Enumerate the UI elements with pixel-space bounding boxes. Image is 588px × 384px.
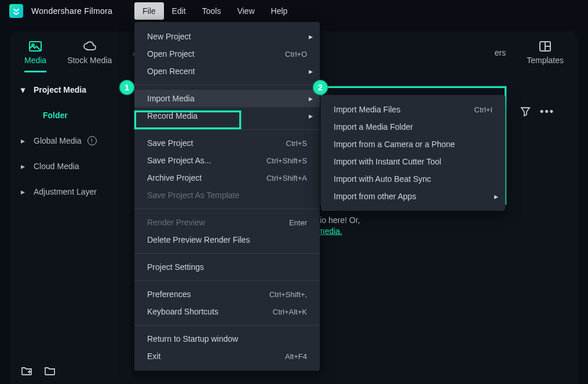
sidebar-adjustment-layer[interactable]: ▸ Adjustment Layer [10, 179, 128, 204]
menu-return-startup[interactable]: Return to Startup window [134, 330, 320, 348]
menu-new-project[interactable]: New Project▸ [134, 28, 320, 45]
callout-badge-2: 2 [313, 80, 328, 95]
chevron-right-icon: ▸ [21, 136, 28, 145]
chevron-right-icon: ▸ [309, 32, 313, 41]
templates-icon [539, 41, 552, 52]
import-media-submenu: Import Media FilesCtrl+I Import a Media … [321, 95, 505, 211]
media-icon [29, 41, 42, 52]
submenu-other-apps[interactable]: Import from other Apps▸ [321, 188, 505, 205]
submenu-import-folder[interactable]: Import a Media Folder [321, 118, 505, 136]
menu-open-project[interactable]: Open ProjectCtrl+O [134, 45, 320, 63]
chevron-right-icon: ▸ [494, 192, 498, 201]
sidebar: ▾ Project Media Folder ▸ Global Media ! … [10, 72, 129, 380]
tab-media[interactable]: Media [24, 41, 46, 72]
submenu-instant-cutter[interactable]: Import with Instant Cutter Tool [321, 153, 505, 170]
menu-open-recent[interactable]: Open Recent▸ [134, 63, 320, 80]
cloud-icon [83, 41, 96, 52]
filter-icon[interactable] [520, 106, 531, 116]
app-title: Wondershare Filmora [31, 6, 112, 16]
new-folder-icon[interactable] [21, 365, 32, 376]
chevron-right-icon: ▸ [309, 111, 313, 120]
menu-import-media[interactable]: Import Media▸ [134, 90, 320, 107]
menu-save-project-as[interactable]: Save Project As...Ctrl+Shift+S [134, 152, 320, 169]
menu-view[interactable]: View [229, 2, 262, 20]
folder-icon[interactable] [44, 365, 56, 376]
app-logo-icon [9, 4, 23, 18]
tab-stock-media[interactable]: Stock Media [67, 41, 112, 72]
chevron-right-icon: ▸ [21, 162, 28, 171]
menu-archive-project[interactable]: Archive ProjectCtrl+Shift+A [134, 169, 320, 186]
sidebar-cloud-media[interactable]: ▸ Cloud Media [10, 153, 128, 179]
menu-save-project[interactable]: Save ProjectCtrl+S [134, 134, 320, 152]
menu-delete-render[interactable]: Delete Preview Render Files [134, 231, 320, 248]
chevron-right-icon: ▸ [21, 187, 28, 196]
menu-project-settings[interactable]: Project Settings [134, 258, 320, 276]
chevron-right-icon: ▸ [309, 94, 313, 103]
menu-help[interactable]: Help [263, 2, 296, 20]
bottom-toolbar [21, 365, 56, 376]
file-menu-dropdown: New Project▸ Open ProjectCtrl+O Open Rec… [134, 22, 320, 371]
title-bar: Wondershare Filmora File Edit Tools View… [0, 0, 588, 22]
submenu-import-camera[interactable]: Import from a Camera or a Phone [321, 136, 505, 153]
menu-exit[interactable]: ExitAlt+F4 [134, 348, 320, 365]
menu-file[interactable]: File [134, 2, 164, 20]
menu-keyboard-shortcuts[interactable]: Keyboard ShortcutsCtrl+Alt+K [134, 303, 320, 320]
menu-bar: File Edit Tools View Help [134, 2, 295, 20]
menu-render-preview: Render PreviewEnter [134, 214, 320, 231]
submenu-auto-beat-sync[interactable]: Import with Auto Beat Sync [321, 170, 505, 188]
tab-templates[interactable]: Templates [527, 41, 564, 72]
menu-save-template: Save Project As Template [134, 186, 320, 204]
sidebar-global-media[interactable]: ▸ Global Media ! [10, 128, 128, 153]
info-icon: ! [87, 136, 97, 145]
chevron-right-icon: ▸ [309, 67, 313, 76]
menu-record-media[interactable]: Record Media▸ [134, 107, 320, 125]
submenu-import-files[interactable]: Import Media FilesCtrl+I [321, 101, 505, 118]
menu-preferences[interactable]: PreferencesCtrl+Shift+, [134, 286, 320, 303]
sidebar-folder[interactable]: Folder [10, 103, 128, 128]
menu-edit[interactable]: Edit [164, 2, 194, 20]
tab-effects-partial[interactable]: ers [495, 48, 506, 65]
menu-tools[interactable]: Tools [194, 2, 229, 20]
sidebar-project-media[interactable]: ▾ Project Media [10, 77, 128, 103]
chevron-down-icon: ▾ [21, 85, 28, 94]
more-icon[interactable]: ••• [540, 105, 554, 118]
callout-badge-1: 1 [119, 80, 134, 95]
